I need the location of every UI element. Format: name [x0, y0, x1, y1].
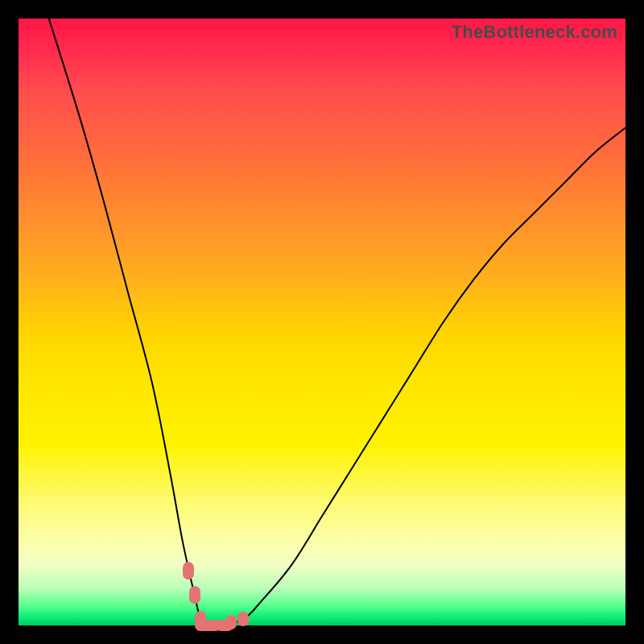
bottleneck-curve-svg: [19, 19, 625, 625]
bottleneck-curve-path: [49, 19, 625, 626]
chart-plot-area: TheBottleneck.com: [19, 19, 625, 625]
